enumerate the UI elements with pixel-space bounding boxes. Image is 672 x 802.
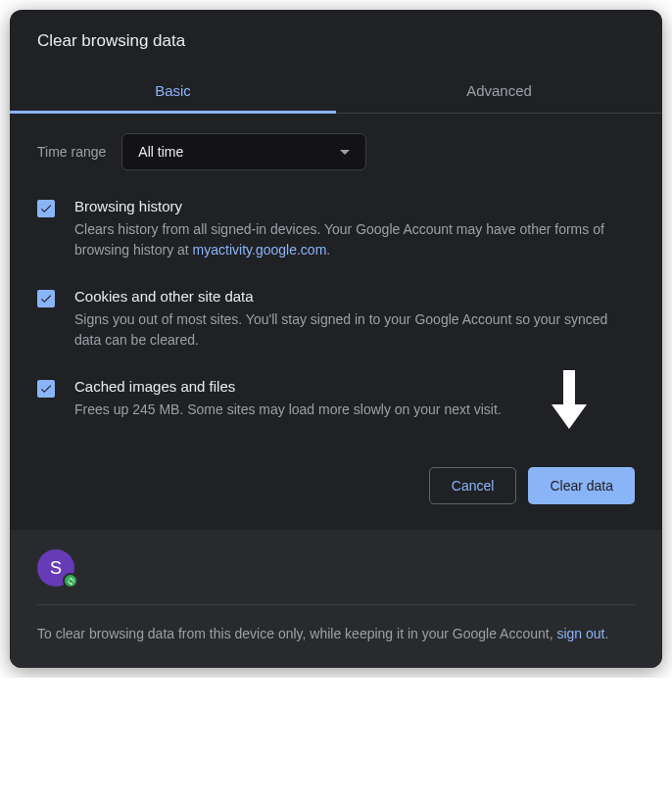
time-range-label: Time range (37, 144, 106, 160)
clear-browsing-data-dialog: Clear browsing data Basic Advanced Time … (10, 10, 662, 668)
checkmark-icon (39, 382, 53, 396)
option-cache: Cached images and files Frees up 245 MB.… (37, 378, 635, 420)
clear-data-button[interactable]: Clear data (528, 467, 635, 504)
chevron-down-icon (340, 150, 350, 155)
time-range-value: All time (138, 144, 183, 160)
tab-advanced[interactable]: Advanced (336, 69, 662, 113)
footer-section: S To clear browsing data from this devic… (10, 530, 662, 668)
svg-marker-1 (552, 404, 587, 429)
option-cookies: Cookies and other site data Signs you ou… (37, 288, 635, 351)
myactivity-link[interactable]: myactivity.google.com (193, 242, 327, 258)
option-text: Cookies and other site data Signs you ou… (74, 288, 635, 351)
svg-rect-0 (563, 370, 575, 404)
hint-arrow-icon (550, 370, 589, 433)
option-browsing-history: Browsing history Clears history from all… (37, 198, 635, 260)
option-title: Cookies and other site data (74, 288, 635, 305)
avatar-container: S (37, 549, 74, 587)
option-text: Browsing history Clears history from all… (74, 198, 635, 260)
checkbox-cookies[interactable] (37, 290, 55, 307)
sign-out-link[interactable]: sign out (556, 626, 604, 641)
option-title: Browsing history (74, 198, 635, 214)
checkbox-browsing-history[interactable] (37, 200, 55, 217)
footer-text: To clear browsing data from this device … (37, 623, 635, 644)
divider (37, 604, 635, 605)
option-description: Signs you out of most sites. You'll stay… (74, 309, 635, 351)
cancel-button[interactable]: Cancel (429, 467, 517, 504)
checkbox-cache[interactable] (37, 380, 55, 398)
dialog-title: Clear browsing data (10, 10, 662, 69)
tabs-container: Basic Advanced (10, 69, 662, 114)
time-range-select[interactable]: All time (121, 133, 366, 170)
option-description: Clears history from all signed-in device… (74, 219, 635, 260)
checkmark-icon (39, 202, 53, 215)
tab-basic[interactable]: Basic (10, 69, 336, 113)
sync-badge-icon (63, 573, 78, 589)
checkmark-icon (39, 292, 53, 306)
time-range-row: Time range All time (37, 133, 635, 170)
button-row: Cancel Clear data (10, 457, 662, 530)
